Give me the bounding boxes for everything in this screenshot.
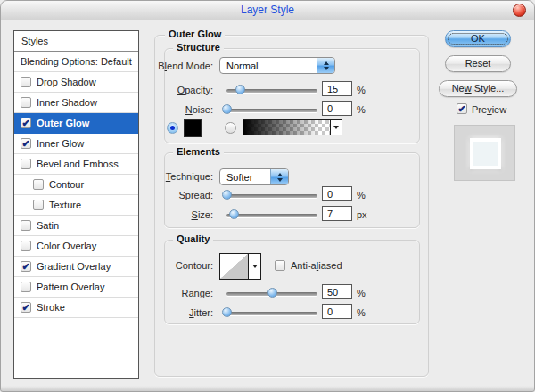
preview-checkbox[interactable]: ✔ (457, 103, 467, 114)
gradient-swatch[interactable] (243, 120, 330, 135)
range-input[interactable] (322, 284, 352, 299)
style-checkbox[interactable]: ✔ (21, 261, 31, 272)
opacity-label: Opacity: (152, 85, 213, 95)
up-arrow-icon (324, 61, 329, 65)
blend-mode-value: Normal (226, 60, 258, 72)
styles-list: Styles Blending Options: DefaultDrop Sha… (13, 30, 139, 379)
blend-mode-label: Blend Mode: (152, 61, 213, 71)
solid-color-radio[interactable] (167, 122, 178, 134)
size-unit: px (357, 209, 367, 220)
contour-thumbnail[interactable] (219, 253, 249, 280)
gradient-radio[interactable] (225, 122, 236, 134)
range-unit: % (357, 288, 366, 298)
noise-input[interactable] (322, 101, 352, 116)
sidebar-item-texture[interactable]: Texture (14, 195, 138, 216)
opacity-input[interactable] (322, 81, 352, 96)
spread-unit: % (357, 190, 366, 200)
jitter-unit: % (357, 307, 366, 318)
sidebar-item-label: Outer Glow (37, 118, 89, 128)
style-checkbox[interactable] (33, 179, 44, 190)
technique-label: Technique: (152, 171, 213, 182)
range-slider-thumb[interactable] (268, 288, 277, 298)
sidebar-item-pattern-overlay[interactable]: Pattern Overlay (14, 277, 138, 298)
style-checkbox[interactable] (21, 97, 31, 108)
sidebar-item-label: Contour (49, 179, 84, 190)
sidebar-item-outer-glow[interactable]: ✔Outer Glow (14, 113, 138, 134)
jitter-slider-thumb[interactable] (222, 307, 232, 317)
sidebar-item-inner-glow[interactable]: ✔Inner Glow (14, 134, 138, 154)
style-checkbox[interactable] (33, 200, 44, 210)
gradient-picker[interactable] (243, 119, 342, 135)
sidebar-item-satin[interactable]: Satin (14, 216, 138, 236)
sidebar-item-label: Gradient Overlay (37, 261, 111, 272)
style-checkbox[interactable] (21, 220, 31, 231)
style-checkbox[interactable] (21, 159, 31, 169)
layer-style-dialog: Layer Style Styles Blending Options: Def… (0, 0, 535, 392)
stepper-icon[interactable] (317, 58, 334, 73)
reset-button[interactable]: Reset (445, 55, 511, 72)
sidebar-item-blending-options-default[interactable]: Blending Options: Default (14, 52, 138, 72)
sidebar-item-label: Inner Shadow (37, 97, 97, 108)
size-slider[interactable] (226, 214, 317, 217)
elements-legend: Elements (173, 146, 224, 157)
contour-label: Contour: (152, 260, 213, 271)
stepper-icon[interactable] (270, 169, 288, 184)
noise-unit: % (357, 104, 366, 115)
styles-header: Styles (14, 31, 138, 52)
style-checkbox[interactable] (21, 241, 31, 251)
spread-slider-thumb[interactable] (222, 190, 232, 200)
down-arrow-icon (333, 126, 339, 129)
style-checkbox[interactable]: ✔ (21, 138, 31, 149)
ok-button[interactable]: OK (445, 30, 511, 47)
spread-slider[interactable] (226, 194, 317, 198)
sidebar-item-bevel-and-emboss[interactable]: Bevel and Emboss (14, 154, 138, 175)
noise-slider-thumb[interactable] (222, 104, 232, 114)
sidebar-item-label: Pattern Overlay (37, 282, 104, 292)
style-checkbox[interactable] (21, 282, 31, 292)
size-label: Size: (152, 209, 213, 220)
sidebar-item-label: Blending Options: Default (21, 56, 132, 67)
style-checkbox[interactable]: ✔ (21, 302, 31, 313)
gradient-dropdown-arrow[interactable] (330, 120, 342, 135)
opacity-slider[interactable] (226, 89, 317, 93)
title-bar[interactable]: Layer Style (1, 1, 534, 20)
technique-select[interactable]: Softer (219, 168, 289, 185)
style-checkbox[interactable] (21, 77, 31, 87)
style-checkbox[interactable]: ✔ (21, 118, 31, 128)
glow-color-swatch[interactable] (184, 119, 202, 137)
size-input[interactable] (322, 206, 352, 221)
structure-legend: Structure (173, 42, 224, 53)
noise-slider[interactable] (226, 109, 317, 112)
sidebar-item-label: Drop Shadow (37, 77, 96, 87)
down-arrow-icon (324, 67, 329, 70)
range-label: Range: (152, 288, 213, 298)
jitter-label: Jitter: (152, 307, 213, 318)
dialog-title: Layer Style (1, 1, 534, 20)
range-slider[interactable] (226, 292, 317, 296)
sidebar-item-label: Stroke (37, 302, 65, 313)
new-style-button[interactable]: New Style... (439, 80, 517, 97)
sidebar-item-color-overlay[interactable]: Color Overlay (14, 236, 138, 257)
spread-input[interactable] (322, 186, 352, 201)
jitter-input[interactable] (322, 304, 352, 319)
sidebar-item-drop-shadow[interactable]: Drop Shadow (14, 72, 138, 93)
quality-legend: Quality (173, 233, 213, 244)
sidebar-item-gradient-overlay[interactable]: ✔Gradient Overlay (14, 257, 138, 277)
close-button[interactable] (513, 4, 526, 17)
dialog-bottom-edge (1, 386, 534, 391)
page-title: Outer Glow (165, 29, 225, 39)
sidebar-item-inner-shadow[interactable]: Inner Shadow (14, 93, 138, 113)
up-arrow-icon (277, 173, 283, 176)
opacity-unit: % (357, 85, 366, 95)
sidebar-item-label: Inner Glow (37, 138, 84, 149)
sidebar-item-contour[interactable]: Contour (14, 175, 138, 195)
anti-aliased-checkbox[interactable] (275, 260, 285, 271)
blend-mode-select[interactable]: Normal (219, 57, 335, 74)
jitter-slider[interactable] (226, 312, 317, 315)
contour-dropdown-arrow[interactable] (249, 253, 261, 280)
style-preview-swatch (470, 138, 501, 169)
anti-aliased-label: Anti-aliased (291, 260, 342, 271)
preview-label: Preview (472, 104, 506, 115)
down-arrow-icon (252, 265, 258, 268)
sidebar-item-stroke[interactable]: ✔Stroke (14, 298, 138, 318)
